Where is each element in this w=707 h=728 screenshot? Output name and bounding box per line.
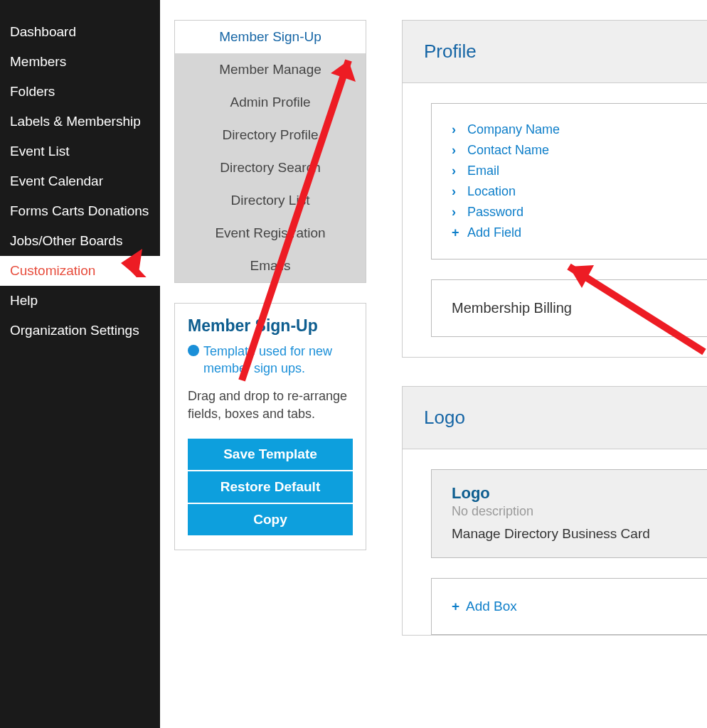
right-column: Profile › Company Name › Contact Name › … bbox=[381, 0, 707, 728]
logo-header: Logo bbox=[403, 387, 707, 449]
sidebar-item-jobs-other-boards[interactable]: Jobs/Other Boards bbox=[0, 226, 160, 256]
sidebar-item-customization[interactable]: Customization bbox=[0, 256, 160, 286]
template-nav: Member Sign-Up Member Manage Admin Profi… bbox=[174, 20, 366, 283]
sidebar-item-help[interactable]: Help bbox=[0, 286, 160, 316]
field-email[interactable]: › Email bbox=[452, 161, 693, 181]
panel-description: Template used for new member sign ups. bbox=[188, 343, 353, 378]
field-contact-name[interactable]: › Contact Name bbox=[452, 140, 693, 161]
panel-help-text: Drag and drop to re-arrange fields, boxe… bbox=[188, 387, 353, 423]
chevron-right-icon: › bbox=[452, 184, 467, 199]
add-field-button[interactable]: + Add Field bbox=[452, 223, 693, 243]
sidebar-item-dashboard[interactable]: Dashboard bbox=[0, 17, 160, 47]
membership-billing-box[interactable]: Membership Billing bbox=[431, 279, 707, 337]
nav-admin-profile[interactable]: Admin Profile bbox=[175, 86, 366, 119]
nav-member-manage[interactable]: Member Manage bbox=[175, 53, 366, 86]
chevron-right-icon: › bbox=[452, 164, 467, 178]
plus-icon: + bbox=[452, 225, 467, 240]
field-location[interactable]: › Location bbox=[452, 181, 693, 202]
sidebar-item-event-calendar[interactable]: Event Calendar bbox=[0, 166, 160, 196]
sidebar-item-event-list[interactable]: Event List bbox=[0, 136, 160, 166]
panel-buttons: Save Template Restore Default Copy bbox=[188, 439, 353, 535]
sidebar-item-organization-settings[interactable]: Organization Settings bbox=[0, 316, 160, 346]
logo-card-action[interactable]: Manage Directory Business Card bbox=[452, 526, 693, 542]
panel-title: Member Sign-Up bbox=[188, 316, 353, 336]
chevron-right-icon: › bbox=[452, 122, 467, 137]
field-label: Contact Name bbox=[467, 143, 549, 158]
sidebar-item-folders[interactable]: Folders bbox=[0, 77, 160, 107]
nav-emails[interactable]: Emails bbox=[175, 250, 366, 282]
add-box-label: Add Box bbox=[466, 599, 517, 614]
profile-fields-box: › Company Name › Contact Name › Email › … bbox=[431, 103, 707, 259]
save-template-button[interactable]: Save Template bbox=[188, 439, 353, 470]
nav-directory-profile[interactable]: Directory Profile bbox=[175, 119, 366, 151]
field-company-name[interactable]: › Company Name bbox=[452, 119, 693, 140]
panel-description-text: Template used for new member sign ups. bbox=[203, 344, 332, 375]
logo-card-title: Logo bbox=[452, 484, 693, 503]
field-label: Location bbox=[467, 184, 516, 199]
chevron-right-icon: › bbox=[452, 143, 467, 158]
nav-directory-search[interactable]: Directory Search bbox=[175, 151, 366, 184]
field-label: Email bbox=[467, 164, 499, 178]
sidebar-item-labels-membership[interactable]: Labels & Membership bbox=[0, 107, 160, 136]
template-panel: Member Sign-Up Template used for new mem… bbox=[174, 303, 366, 550]
profile-header: Profile bbox=[403, 21, 707, 83]
add-field-label: Add Field bbox=[467, 225, 521, 240]
logo-card-subtitle: No description bbox=[452, 504, 693, 519]
chevron-right-icon: › bbox=[452, 205, 467, 220]
nav-event-registration[interactable]: Event Registration bbox=[175, 217, 366, 250]
profile-section: Profile › Company Name › Contact Name › … bbox=[402, 20, 707, 358]
nav-directory-list[interactable]: Directory List bbox=[175, 184, 366, 217]
field-label: Password bbox=[467, 205, 523, 220]
copy-button[interactable]: Copy bbox=[188, 504, 353, 535]
restore-default-button[interactable]: Restore Default bbox=[188, 471, 353, 503]
logo-body: Logo No description Manage Directory Bus… bbox=[403, 449, 707, 635]
sidebar-item-members[interactable]: Members bbox=[0, 47, 160, 77]
middle-column: Member Sign-Up Member Manage Admin Profi… bbox=[160, 0, 381, 728]
field-password[interactable]: › Password bbox=[452, 202, 693, 223]
sidebar: Dashboard Members Folders Labels & Membe… bbox=[0, 0, 160, 728]
logo-section: Logo Logo No description Manage Director… bbox=[402, 386, 707, 636]
field-label: Company Name bbox=[467, 122, 560, 137]
add-box-button[interactable]: + Add Box bbox=[431, 578, 707, 635]
plus-icon: + bbox=[452, 599, 459, 614]
sidebar-item-forms-carts-donations[interactable]: Forms Carts Donations bbox=[0, 196, 160, 226]
profile-body: › Company Name › Contact Name › Email › … bbox=[403, 83, 707, 357]
nav-member-sign-up[interactable]: Member Sign-Up bbox=[175, 21, 366, 53]
logo-card[interactable]: Logo No description Manage Directory Bus… bbox=[431, 469, 707, 558]
